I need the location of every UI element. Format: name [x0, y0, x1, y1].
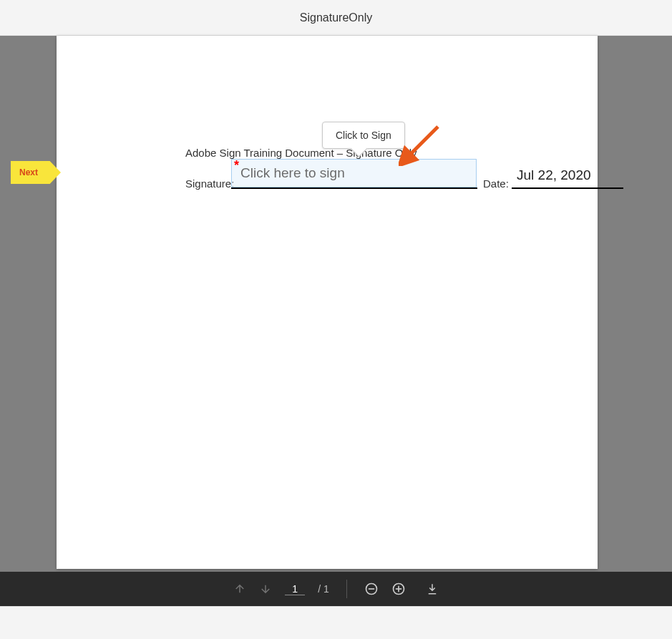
- signature-placeholder: Click here to sign: [240, 165, 345, 181]
- sign-tooltip-text: Click to Sign: [336, 130, 391, 141]
- zoom-in-button[interactable]: [391, 582, 406, 596]
- app-footer: [0, 606, 672, 639]
- document-page: Adobe Sign Training Document – Signature…: [57, 36, 598, 569]
- next-page-button[interactable]: [259, 582, 272, 595]
- arrow-up-icon: [233, 582, 246, 595]
- download-button[interactable]: [426, 582, 439, 595]
- signature-label: Signature:: [185, 177, 234, 190]
- toolbar-divider: [346, 580, 347, 598]
- viewer-toolbar: / 1: [0, 572, 672, 606]
- document-viewer: Next Adobe Sign Training Document – Sign…: [0, 36, 672, 572]
- signature-field[interactable]: * Click here to sign: [231, 159, 477, 187]
- zoom-out-button[interactable]: [364, 582, 379, 596]
- page-title: SignatureOnly: [300, 11, 372, 24]
- arrow-down-icon: [259, 582, 272, 595]
- signature-underline: [231, 187, 477, 189]
- page-number-input[interactable]: [285, 583, 305, 595]
- required-asterisk-icon: *: [234, 158, 239, 173]
- zoom-out-icon: [364, 582, 379, 596]
- date-label: Date:: [483, 177, 509, 190]
- prev-page-button[interactable]: [233, 582, 246, 595]
- next-field-flag[interactable]: Next: [11, 161, 61, 184]
- sign-tooltip: Click to Sign: [322, 122, 405, 149]
- date-value: Jul 22, 2020: [517, 167, 591, 183]
- page-total-label: / 1: [318, 583, 329, 595]
- date-underline: [512, 187, 623, 189]
- download-icon: [426, 582, 439, 595]
- zoom-in-icon: [391, 582, 406, 596]
- app-header: SignatureOnly: [0, 0, 672, 36]
